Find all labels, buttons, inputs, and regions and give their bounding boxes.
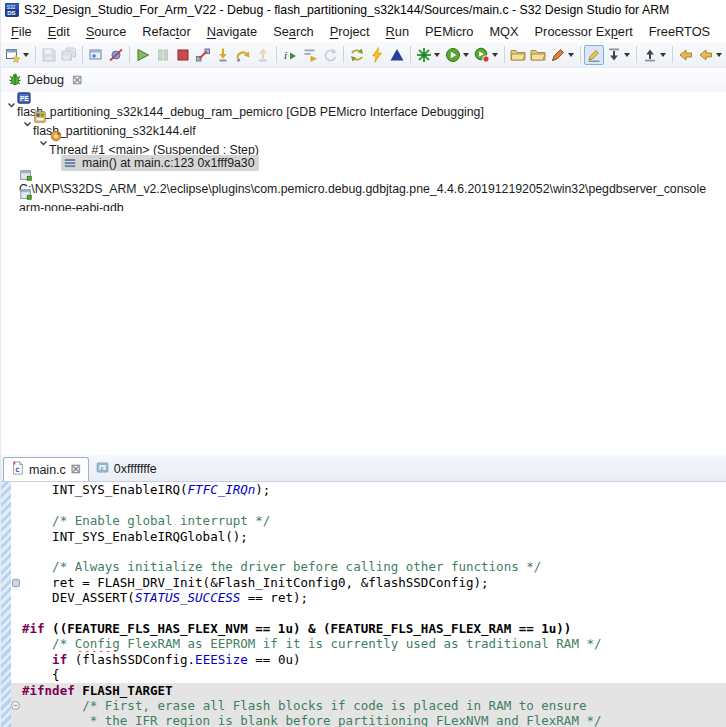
- code-token: ((FEATURE_FLS_HAS_FLEX_NVM == 1u) & (FEA…: [45, 621, 572, 636]
- menu-file[interactable]: File: [3, 22, 40, 41]
- close-icon[interactable]: ☒: [71, 463, 81, 476]
- step-into-button[interactable]: [213, 45, 233, 65]
- code-line[interactable]: − /* First, erase all Flash blocks if co…: [11, 698, 726, 713]
- code-line[interactable]: /* Config FlexRAM as EEPROM if it is cur…: [11, 636, 726, 651]
- skip-breakpoints-button[interactable]: [106, 45, 126, 65]
- debug-settings-button[interactable]: [414, 45, 443, 65]
- code-line[interactable]: /* Enable global interrupt */: [11, 513, 726, 528]
- dropdown-arrow-icon[interactable]: [716, 53, 722, 57]
- code-line[interactable]: #ifndef FLASH_TARGET: [11, 683, 726, 698]
- fold-collapse-icon[interactable]: −: [11, 701, 20, 710]
- step-over-icon: [235, 47, 251, 63]
- code-line[interactable]: DEV_ASSERT(STATUS_SUCCESS == ret);: [11, 590, 726, 605]
- dropdown-arrow-icon[interactable]: [624, 53, 630, 57]
- run-button[interactable]: [443, 45, 472, 65]
- step-filters-button[interactable]: [300, 45, 320, 65]
- close-icon[interactable]: ☒: [72, 75, 82, 85]
- pemicro-multilink-button[interactable]: [387, 45, 407, 65]
- code-line[interactable]: #if ((FEATURE_FLS_HAS_FLEX_NVM == 1u) & …: [11, 621, 726, 636]
- toolbar-separator: [410, 46, 411, 63]
- last-edit-location-button[interactable]: [676, 45, 696, 65]
- prev-annotation-icon: [642, 47, 658, 63]
- dropdown-arrow-icon[interactable]: [434, 53, 440, 57]
- dropdown-arrow-icon[interactable]: [660, 53, 666, 57]
- code-line[interactable]: /* Always initialize the driver before c…: [11, 559, 726, 574]
- debug-button[interactable]: [472, 45, 501, 65]
- breakpoints-button[interactable]: [86, 45, 106, 65]
- tree-expander-icon[interactable]: [21, 120, 33, 128]
- refresh-icon: [349, 47, 365, 63]
- menu-navigate[interactable]: Navigate: [199, 22, 266, 41]
- debug-view-label: Debug: [27, 73, 64, 87]
- process-icon: [19, 187, 119, 201]
- code-line[interactable]: [11, 498, 726, 513]
- menu-source[interactable]: Source: [78, 22, 135, 41]
- new-wizard-button[interactable]: [3, 45, 32, 65]
- code-line[interactable]: if (flashSSDConfig.EEESize == 0u): [11, 652, 726, 667]
- disconnect-button[interactable]: [193, 45, 213, 65]
- code-editor[interactable]: INT_SYS_EnableIRQ(FTFC_IRQn); /* Enable …: [1, 482, 726, 727]
- svg-text:i: i: [284, 49, 287, 61]
- toolbar-separator: [129, 46, 130, 63]
- code-line[interactable]: [11, 606, 726, 621]
- debug-tree-row[interactable]: Thread #1 <main> (Suspended : Step): [1, 134, 726, 153]
- code-token: [22, 559, 52, 574]
- mark-occurrences-button[interactable]: [584, 45, 604, 65]
- code-line[interactable]: INT_SYS_EnableIRQ(FTFC_IRQn);: [11, 482, 726, 497]
- code-token: FLASH_TARGET: [75, 683, 173, 698]
- tree-expander-icon[interactable]: [37, 139, 49, 147]
- terminate-icon: [175, 47, 191, 63]
- refresh-button[interactable]: [347, 45, 367, 65]
- tree-expander-icon[interactable]: [5, 101, 17, 109]
- code-token: (flashSSDConfig.: [67, 652, 195, 667]
- step-filters-icon: [302, 47, 318, 63]
- resume-button[interactable]: [133, 45, 153, 65]
- title-bar: S32DS S32_Design_Studio_For_Arm_V22 - De…: [1, 0, 726, 20]
- debug-icon: [474, 47, 490, 63]
- menu-edit[interactable]: Edit: [40, 22, 78, 41]
- code-line[interactable]: INT_SYS_EnableIRQGlobal();: [11, 529, 726, 544]
- menu-pemicro[interactable]: PEMicro: [417, 22, 481, 41]
- dropdown-arrow-icon[interactable]: [23, 53, 29, 57]
- code-line[interactable]: [11, 544, 726, 559]
- code-token: #if: [22, 621, 45, 636]
- terminate-button[interactable]: [173, 45, 193, 65]
- step-over-button[interactable]: [233, 45, 253, 65]
- code-token: #ifndef: [22, 683, 75, 698]
- flash-programmer-button[interactable]: [367, 45, 387, 65]
- code-token: FlexRAM as EEPROM if it is currently use…: [120, 636, 602, 651]
- c-file-icon: c: [11, 461, 24, 478]
- back-button[interactable]: [696, 45, 725, 65]
- code-line[interactable]: ret = FLASH_DRV_Init(&Flash_InitConfig0,…: [11, 575, 726, 590]
- open-resource-button[interactable]: [528, 45, 548, 65]
- code-token: [22, 636, 52, 651]
- disassembly-icon: c: [96, 461, 109, 477]
- prev-annotation-button[interactable]: [640, 45, 669, 65]
- menu-mqx[interactable]: MQX: [481, 22, 526, 41]
- dropdown-arrow-icon[interactable]: [463, 53, 469, 57]
- external-tools-button[interactable]: [548, 45, 577, 65]
- menu-run[interactable]: Run: [378, 22, 417, 41]
- tab-disassembly[interactable]: c 0xfffffffe: [89, 457, 164, 481]
- quickdiff-change-bar: [1, 482, 11, 727]
- debug-view-tab[interactable]: Debug ☒: [1, 68, 726, 92]
- code-line[interactable]: * the IFR region is blank before partiti…: [11, 713, 726, 727]
- menu-project[interactable]: Project: [322, 22, 378, 41]
- code-area[interactable]: INT_SYS_EnableIRQ(FTFC_IRQn); /* Enable …: [11, 482, 726, 727]
- menu-search[interactable]: Search: [265, 22, 322, 41]
- tab-main-c[interactable]: c main.c ☒: [3, 457, 89, 481]
- dropdown-arrow-icon[interactable]: [492, 53, 498, 57]
- toolbar-separator: [35, 46, 36, 63]
- menu-refactor[interactable]: Refactor: [134, 22, 198, 41]
- open-element-button[interactable]: [508, 45, 528, 65]
- dropdown-arrow-icon[interactable]: [568, 53, 574, 57]
- code-line[interactable]: {: [11, 667, 726, 682]
- instruction-stepping-button[interactable]: i: [280, 45, 300, 65]
- next-annotation-button[interactable]: [604, 45, 633, 65]
- menu-processor-expert[interactable]: Processor Expert: [527, 22, 641, 41]
- menu-freertos[interactable]: FreeRTOS: [641, 22, 718, 41]
- menu-window[interactable]: Window: [718, 22, 726, 41]
- code-token: if: [52, 652, 67, 667]
- run-icon: [445, 47, 461, 63]
- svg-text:PE: PE: [20, 94, 29, 101]
